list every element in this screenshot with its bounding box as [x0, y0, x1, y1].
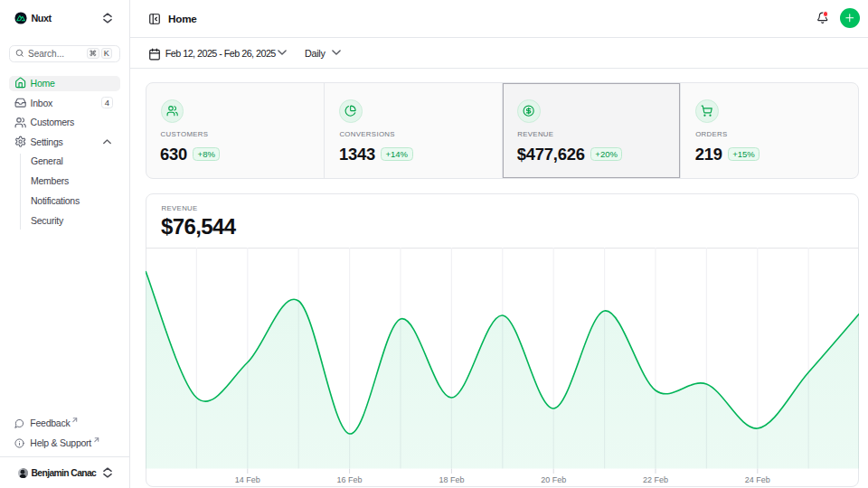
- svg-text:22 Feb: 22 Feb: [642, 475, 667, 484]
- svg-text:20 Feb: 20 Feb: [541, 475, 566, 484]
- svg-text:24 Feb: 24 Feb: [744, 475, 769, 484]
- svg-text:16 Feb: 16 Feb: [336, 475, 362, 484]
- svg-text:18 Feb: 18 Feb: [439, 475, 464, 484]
- svg-text:14 Feb: 14 Feb: [234, 475, 259, 484]
